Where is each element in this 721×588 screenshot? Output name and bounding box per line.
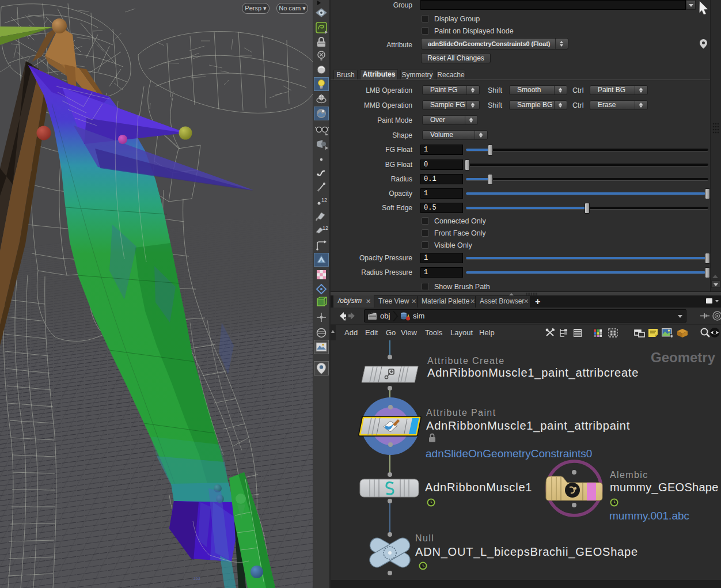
svg-text:253: 253 xyxy=(193,576,200,581)
svg-text:12: 12 xyxy=(322,225,328,231)
svg-text:12: 12 xyxy=(321,197,327,203)
